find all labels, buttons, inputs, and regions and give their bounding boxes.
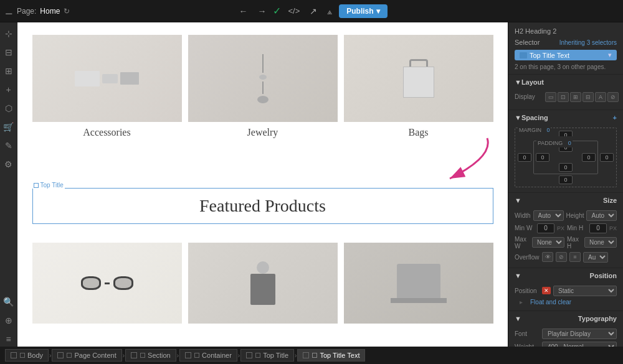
margin-right-input[interactable] xyxy=(600,153,614,162)
section-size-header[interactable]: ▼ Size xyxy=(508,193,623,208)
breadcrumb-ttt-icon xyxy=(312,353,317,358)
spacing-plus-icon[interactable]: + xyxy=(613,114,617,121)
min-w-input[interactable] xyxy=(537,223,554,233)
publish-button[interactable]: Publish ▾ xyxy=(339,4,387,18)
section-typography-header[interactable]: ▼ Typography xyxy=(508,311,623,326)
blog-icon[interactable]: ✎ xyxy=(1,138,16,153)
code-icon[interactable]: </> xyxy=(285,5,303,17)
weight-select[interactable]: 400 - Normal xyxy=(542,342,617,347)
float-clear-link[interactable]: Float and clear xyxy=(530,299,571,306)
pages-icon[interactable]: ⊟ xyxy=(1,45,16,60)
element-type-label: H2 Heading 2 xyxy=(515,27,617,35)
section-position: ▼ Position Position ✕ Static ▸ Float and… xyxy=(508,268,623,311)
breadcrumb-body[interactable]: Body xyxy=(5,349,49,362)
right-panel-header: H2 Heading 2 Selector Inheriting 3 selec… xyxy=(508,22,623,75)
breadcrumb-arrow-3: › xyxy=(177,352,179,359)
inherit-label[interactable]: Inheriting 3 selectors xyxy=(559,39,617,46)
published-status-icon: ✓ xyxy=(273,5,281,17)
overflow-visible-btn[interactable]: 👁 xyxy=(542,252,553,262)
padding-bottom-input[interactable] xyxy=(559,163,573,172)
max-w-label: Max W xyxy=(515,236,530,250)
undo-icon[interactable]: ← xyxy=(235,5,250,17)
overflow-scroll-btn[interactable]: ≡ xyxy=(569,252,581,262)
padding-box: PADDING 0 xyxy=(533,141,598,174)
width-select[interactable]: Auto xyxy=(533,210,564,221)
share-icon[interactable]: ↗ xyxy=(307,5,320,17)
left-toolbar: ⊹ ⊟ ⊞ + ⬡ 🛒 ✎ ⚙ 🔍 ⊕ ≡ xyxy=(0,22,17,347)
redo-icon[interactable]: → xyxy=(254,5,269,17)
max-h-select[interactable]: None xyxy=(584,237,617,248)
publish-chevron-icon: ▾ xyxy=(376,7,380,16)
accessories-image xyxy=(32,35,182,122)
display-label: Display xyxy=(515,93,543,100)
size-section-arrow: ▼ xyxy=(515,197,521,204)
selector-label: Selector xyxy=(515,39,540,46)
zoom-icon[interactable]: ⊕ xyxy=(1,313,16,328)
overflow-label: Overflow xyxy=(515,254,540,261)
max-w-select[interactable]: None xyxy=(532,237,564,248)
components-icon[interactable]: ⊞ xyxy=(1,63,16,78)
accessories-label: Accessories xyxy=(83,127,130,138)
settings-icon[interactable]: ⚙ xyxy=(1,157,16,172)
panel-note: 2 on this page, 3 on other pages. xyxy=(515,63,617,70)
product-jacket xyxy=(188,243,338,324)
media-icon[interactable]: ⬡ xyxy=(1,101,16,116)
margin-left-input[interactable] xyxy=(518,153,531,162)
add-icon[interactable]: + xyxy=(1,82,16,97)
position-select[interactable]: Static xyxy=(553,286,617,296)
selector-tag[interactable]: Top Title Text ▾ xyxy=(515,50,617,60)
section-typography-content: Font Playfair Display Weight 400 - Norma… xyxy=(508,326,623,347)
display-none-btn[interactable]: ⊘ xyxy=(607,92,619,102)
typography-section-arrow: ▼ xyxy=(515,315,521,322)
canvas-spacing xyxy=(17,144,508,182)
overflow-select[interactable]: Auto xyxy=(583,252,608,263)
topbar-page-label: Page: xyxy=(17,7,36,16)
category-jewelry: Jewelry xyxy=(188,35,338,138)
featured-title-box[interactable]: Featured Products xyxy=(32,188,493,224)
selector-dropdown-icon[interactable]: ▾ xyxy=(608,51,612,59)
jewelry-label: Jewelry xyxy=(247,127,278,138)
store-icon[interactable]: 🛒 xyxy=(1,119,16,134)
search-tool-icon[interactable]: 🔍 xyxy=(1,294,16,309)
product-sunglasses xyxy=(32,243,182,324)
position-label: Position xyxy=(515,287,540,294)
min-h-input[interactable] xyxy=(589,223,607,233)
jewelry-image xyxy=(188,35,338,122)
breadcrumb-container[interactable]: Container xyxy=(179,349,237,362)
selector-tag-icon xyxy=(520,52,527,58)
page-refresh-icon[interactable]: ↻ xyxy=(64,7,70,16)
display-inline-btn[interactable]: A xyxy=(595,92,606,102)
height-select[interactable]: Auto xyxy=(586,210,617,221)
layers-icon[interactable]: ≡ xyxy=(1,332,16,347)
section-layout-header[interactable]: ▼ Layout xyxy=(508,75,623,90)
font-select[interactable]: Playfair Display xyxy=(542,329,617,339)
canvas: Accessories Jewelry xyxy=(17,22,508,347)
display-inline-block-btn[interactable]: ⊡ xyxy=(558,92,569,102)
display-flex-btn[interactable]: ⊞ xyxy=(570,92,581,102)
category-row: Accessories Jewelry xyxy=(17,22,508,144)
topbar-left: ⚊ Page: Home ↻ xyxy=(5,6,70,16)
breadcrumb-arrow-1: › xyxy=(49,352,51,359)
breadcrumb-top-title[interactable]: Top Title xyxy=(240,349,294,362)
breadcrumb-page-content[interactable]: Page Content xyxy=(52,349,121,362)
breadcrumb-top-title-text[interactable]: Top Title Text xyxy=(297,349,365,362)
section-layout: ▼ Layout Display ▭ ⊡ ⊞ ⊟ A ⊘ xyxy=(508,75,623,110)
margin-bottom-input[interactable] xyxy=(559,175,573,184)
accessibility-icon[interactable]: ⟁ xyxy=(324,5,335,17)
padding-right-input[interactable] xyxy=(582,153,596,162)
min-h-unit: PX xyxy=(609,225,617,231)
category-accessories: Accessories xyxy=(32,35,182,138)
padding-left-input[interactable] xyxy=(536,153,549,162)
overflow-hidden-btn[interactable]: ⊘ xyxy=(556,252,567,262)
breadcrumb-section[interactable]: Section xyxy=(125,349,176,362)
display-grid-btn[interactable]: ⊟ xyxy=(583,92,594,102)
select-tool-icon[interactable]: ⊹ xyxy=(1,26,16,41)
section-position-content: Position ✕ Static ▸ Float and clear xyxy=(508,283,623,310)
featured-title-text: Featured Products xyxy=(199,196,326,215)
featured-section: Top Title Featured Products xyxy=(17,182,508,230)
display-block-btn[interactable]: ▭ xyxy=(545,92,556,102)
display-btn-group: ▭ ⊡ ⊞ ⊟ A ⊘ xyxy=(545,92,619,102)
section-position-header[interactable]: ▼ Position xyxy=(508,268,623,283)
spacing-section-arrow: ▼ xyxy=(515,114,521,121)
overflow-row: Overflow 👁 ⊘ ≡ Auto xyxy=(515,252,617,263)
